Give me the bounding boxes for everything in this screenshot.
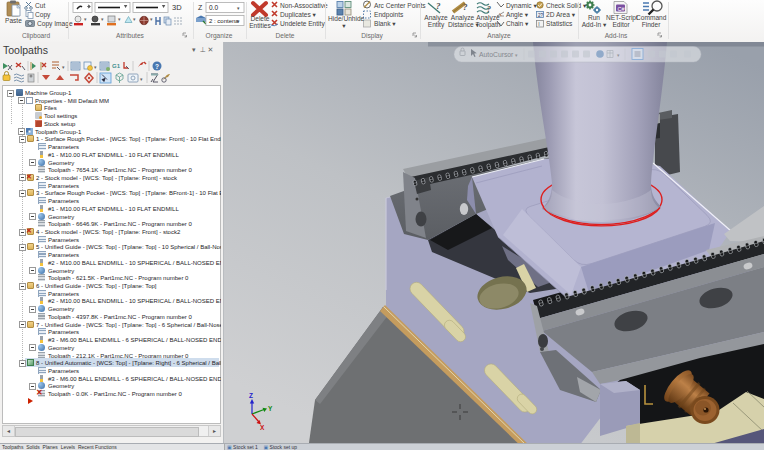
- svg-text:▾: ▾: [62, 64, 65, 70]
- svg-text:?: ?: [463, 2, 468, 12]
- svg-text:AutoCursor: AutoCursor: [479, 51, 514, 58]
- svg-text:X: X: [260, 424, 265, 431]
- svg-text:▾: ▾: [133, 16, 136, 22]
- svg-text:?: ?: [436, 1, 441, 11]
- svg-text:C#: C#: [618, 6, 626, 12]
- svg-text:▾: ▾: [94, 64, 97, 70]
- svg-text:?: ?: [487, 5, 491, 14]
- svg-text:▾: ▾: [101, 16, 104, 22]
- svg-text:Z: Z: [249, 392, 253, 399]
- svg-text:G1: G1: [112, 63, 121, 69]
- svg-text:2 : contena: 2 : contena: [209, 18, 239, 24]
- svg-text:I: I: [538, 21, 539, 27]
- svg-text:▾: ▾: [84, 16, 87, 22]
- svg-text:▾: ▾: [118, 16, 121, 22]
- svg-text:3D: 3D: [172, 3, 182, 12]
- svg-text:Y: Y: [268, 405, 273, 412]
- svg-text:?: ?: [155, 63, 159, 70]
- svg-text:▾: ▾: [140, 76, 143, 82]
- svg-text:▾: ▾: [150, 16, 153, 22]
- svg-text:2?: 2?: [538, 13, 544, 18]
- svg-text:Z: Z: [198, 4, 203, 11]
- svg-text:0.0: 0.0: [209, 4, 218, 11]
